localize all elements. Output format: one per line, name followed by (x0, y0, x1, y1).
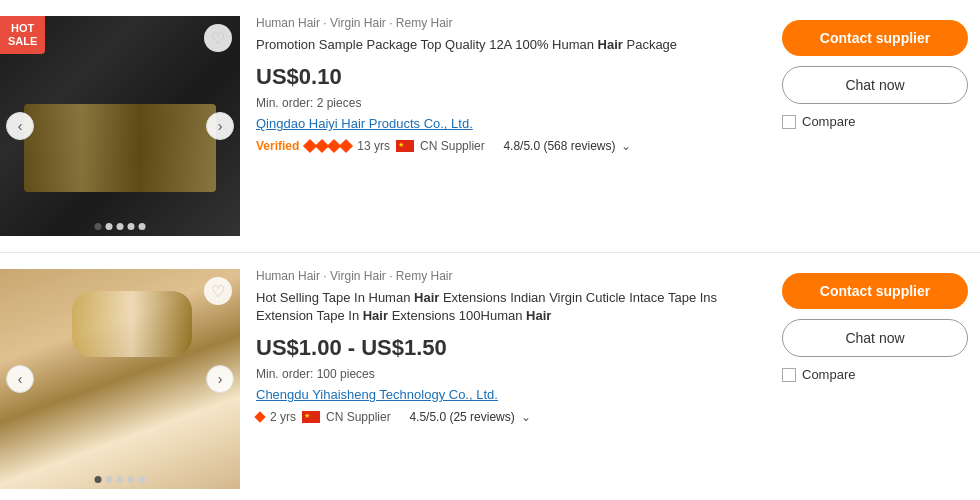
dot (117, 476, 124, 483)
product-rating[interactable]: 4.8/5.0 (568 reviews) (503, 139, 615, 153)
image-dots (95, 223, 146, 230)
flag-icon (396, 140, 414, 152)
product-image (0, 269, 240, 489)
compare-row: Compare (782, 367, 968, 382)
next-image-button[interactable]: › (206, 112, 234, 140)
prev-image-button[interactable]: ‹ (6, 365, 34, 393)
wishlist-icon[interactable]: ♡ (204, 24, 232, 52)
diamond-icon (254, 412, 265, 423)
dot (95, 223, 102, 230)
min-order: Min. order: 2 pieces (256, 96, 754, 110)
compare-label: Compare (802, 367, 855, 382)
chevron-down-icon: ⌄ (621, 139, 631, 153)
product-actions: Contact supplier Chat now Compare (770, 16, 980, 236)
compare-checkbox[interactable] (782, 115, 796, 129)
product-tags: Human Hair · Virgin Hair · Remy Hair (256, 16, 754, 30)
product-info: Human Hair · Virgin Hair · Remy Hair Hot… (240, 269, 770, 489)
product-item: ♡ ‹ › Human Hair · Virgin Hair · Remy Ha… (0, 253, 980, 500)
dot (139, 476, 146, 483)
rating-spacer (397, 410, 404, 424)
country-flag (302, 411, 320, 423)
chevron-down-icon: ⌄ (521, 410, 531, 424)
next-image-button[interactable]: › (206, 365, 234, 393)
compare-row: Compare (782, 114, 968, 129)
product-price: US$1.00 - US$1.50 (256, 335, 754, 361)
dot (128, 223, 135, 230)
contact-supplier-button[interactable]: Contact supplier (782, 273, 968, 309)
country-flag (396, 140, 414, 152)
compare-checkbox[interactable] (782, 368, 796, 382)
product-item: HOT SALE ♡ ‹ › Human Hair · Virgin Hair … (0, 0, 980, 253)
diamond-icons (256, 413, 264, 421)
verified-badge: Verified (256, 139, 299, 153)
compare-label: Compare (802, 114, 855, 129)
product-title: Hot Selling Tape In Human Hair Extension… (256, 289, 754, 325)
rating-spacer (491, 139, 498, 153)
image-dots (95, 476, 146, 483)
product-list: HOT SALE ♡ ‹ › Human Hair · Virgin Hair … (0, 0, 980, 500)
supplier-label: CN Supplier (326, 410, 391, 424)
wishlist-icon[interactable]: ♡ (204, 277, 232, 305)
contact-supplier-button[interactable]: Contact supplier (782, 20, 968, 56)
product-info: Human Hair · Virgin Hair · Remy Hair Pro… (240, 16, 770, 236)
dot (139, 223, 146, 230)
chat-now-button[interactable]: Chat now (782, 66, 968, 104)
supplier-label: CN Supplier (420, 139, 485, 153)
chat-now-button[interactable]: Chat now (782, 319, 968, 357)
diamond-icon (339, 139, 353, 153)
hot-sale-badge: HOT SALE (0, 16, 45, 54)
min-order: Min. order: 100 pieces (256, 367, 754, 381)
product-image-container: HOT SALE ♡ ‹ › (0, 16, 240, 236)
product-rating[interactable]: 4.5/5.0 (25 reviews) (409, 410, 514, 424)
company-name[interactable]: Qingdao Haiyi Hair Products Co., Ltd. (256, 116, 754, 131)
product-title: Promotion Sample Package Top Quality 12A… (256, 36, 754, 54)
dot (95, 476, 102, 483)
dot (128, 476, 135, 483)
product-actions: Contact supplier Chat now Compare (770, 269, 980, 489)
dot (117, 223, 124, 230)
years-badge: 2 yrs (270, 410, 296, 424)
diamond-icons (305, 141, 351, 151)
dot (106, 223, 113, 230)
product-image-container: ♡ ‹ › (0, 269, 240, 489)
flag-icon (302, 411, 320, 423)
verified-row: 2 yrs CN Supplier 4.5/5.0 (25 reviews) ⌄ (256, 410, 754, 424)
verified-row: Verified 13 yrs CN Supplier 4.8/5.0 (568… (256, 139, 754, 153)
dot (106, 476, 113, 483)
company-name[interactable]: Chengdu Yihaisheng Technology Co., Ltd. (256, 387, 754, 402)
product-price: US$0.10 (256, 64, 754, 90)
prev-image-button[interactable]: ‹ (6, 112, 34, 140)
product-tags: Human Hair · Virgin Hair · Remy Hair (256, 269, 754, 283)
years-badge: 13 yrs (357, 139, 390, 153)
